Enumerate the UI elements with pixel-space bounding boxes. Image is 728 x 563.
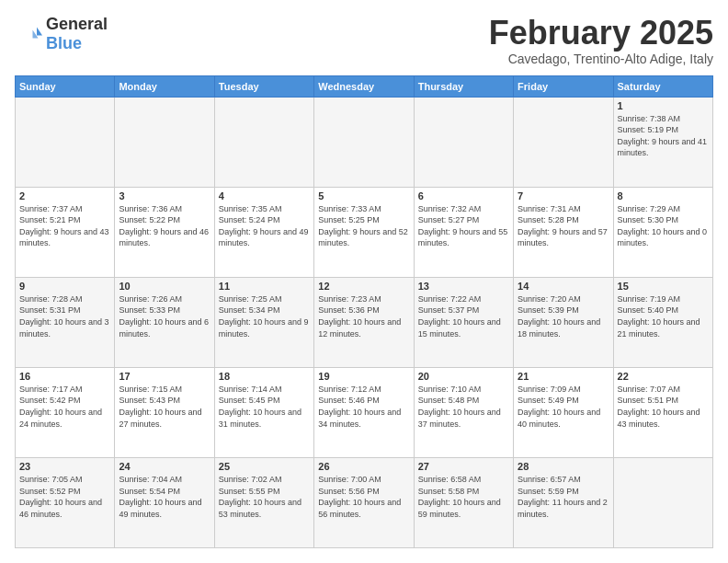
table-row: 23Sunrise: 7:05 AM Sunset: 5:52 PM Dayli…	[16, 457, 115, 547]
day-number: 7	[518, 190, 609, 201]
day-number: 14	[518, 281, 609, 292]
table-row	[115, 97, 214, 187]
month-title: February 2025	[489, 15, 713, 52]
day-info: Sunrise: 7:32 AM Sunset: 5:27 PM Dayligh…	[418, 203, 509, 249]
day-number: 22	[618, 371, 709, 382]
title-block: February 2025 Cavedago, Trentino-Alto Ad…	[489, 15, 713, 66]
table-row: 9Sunrise: 7:28 AM Sunset: 5:31 PM Daylig…	[16, 277, 115, 367]
day-number: 26	[318, 461, 409, 472]
day-info: Sunrise: 7:33 AM Sunset: 5:25 PM Dayligh…	[318, 203, 409, 249]
day-info: Sunrise: 7:12 AM Sunset: 5:46 PM Dayligh…	[318, 384, 409, 430]
day-number: 11	[219, 281, 310, 292]
calendar-week-row: 1Sunrise: 7:38 AM Sunset: 5:19 PM Daylig…	[16, 97, 713, 187]
day-number: 21	[518, 371, 609, 382]
logo-icon	[15, 20, 42, 48]
day-number: 15	[618, 281, 709, 292]
table-row: 25Sunrise: 7:02 AM Sunset: 5:55 PM Dayli…	[214, 457, 313, 547]
day-number: 1	[618, 100, 709, 111]
day-info: Sunrise: 7:36 AM Sunset: 5:22 PM Dayligh…	[119, 203, 210, 249]
day-info: Sunrise: 6:58 AM Sunset: 5:58 PM Dayligh…	[418, 474, 509, 520]
day-number: 13	[418, 281, 509, 292]
day-number: 23	[19, 461, 110, 472]
day-number: 2	[19, 190, 110, 201]
table-row: 24Sunrise: 7:04 AM Sunset: 5:54 PM Dayli…	[115, 457, 214, 547]
table-row	[514, 97, 613, 187]
header-tuesday: Tuesday	[214, 75, 313, 97]
calendar-header-row: Sunday Monday Tuesday Wednesday Thursday…	[16, 75, 713, 97]
table-row	[16, 97, 115, 187]
day-info: Sunrise: 7:02 AM Sunset: 5:55 PM Dayligh…	[219, 474, 310, 520]
day-info: Sunrise: 6:57 AM Sunset: 5:59 PM Dayligh…	[518, 474, 609, 520]
day-number: 28	[518, 461, 609, 472]
logo: General Blue	[15, 15, 108, 53]
day-info: Sunrise: 7:31 AM Sunset: 5:28 PM Dayligh…	[518, 203, 609, 249]
header-sunday: Sunday	[16, 75, 115, 97]
table-row: 21Sunrise: 7:09 AM Sunset: 5:49 PM Dayli…	[514, 367, 613, 457]
day-info: Sunrise: 7:29 AM Sunset: 5:30 PM Dayligh…	[618, 203, 709, 249]
table-row: 3Sunrise: 7:36 AM Sunset: 5:22 PM Daylig…	[115, 187, 214, 277]
day-info: Sunrise: 7:28 AM Sunset: 5:31 PM Dayligh…	[19, 293, 110, 339]
table-row	[414, 97, 513, 187]
table-row: 13Sunrise: 7:22 AM Sunset: 5:37 PM Dayli…	[414, 277, 513, 367]
table-row: 28Sunrise: 6:57 AM Sunset: 5:59 PM Dayli…	[514, 457, 613, 547]
day-info: Sunrise: 7:37 AM Sunset: 5:21 PM Dayligh…	[19, 203, 110, 249]
table-row: 27Sunrise: 6:58 AM Sunset: 5:58 PM Dayli…	[414, 457, 513, 547]
calendar-table: Sunday Monday Tuesday Wednesday Thursday…	[15, 75, 713, 548]
day-info: Sunrise: 7:22 AM Sunset: 5:37 PM Dayligh…	[418, 293, 509, 339]
day-number: 19	[318, 371, 409, 382]
table-row: 7Sunrise: 7:31 AM Sunset: 5:28 PM Daylig…	[514, 187, 613, 277]
day-info: Sunrise: 7:38 AM Sunset: 5:19 PM Dayligh…	[618, 113, 709, 159]
table-row: 10Sunrise: 7:26 AM Sunset: 5:33 PM Dayli…	[115, 277, 214, 367]
day-number: 20	[418, 371, 509, 382]
table-row: 8Sunrise: 7:29 AM Sunset: 5:30 PM Daylig…	[613, 187, 712, 277]
day-info: Sunrise: 7:17 AM Sunset: 5:42 PM Dayligh…	[19, 384, 110, 430]
day-info: Sunrise: 7:25 AM Sunset: 5:34 PM Dayligh…	[219, 293, 310, 339]
day-number: 9	[19, 281, 110, 292]
table-row: 11Sunrise: 7:25 AM Sunset: 5:34 PM Dayli…	[214, 277, 313, 367]
day-number: 6	[418, 190, 509, 201]
day-number: 10	[119, 281, 210, 292]
table-row: 6Sunrise: 7:32 AM Sunset: 5:27 PM Daylig…	[414, 187, 513, 277]
page: General Blue February 2025 Cavedago, Tre…	[0, 0, 728, 563]
header: General Blue February 2025 Cavedago, Tre…	[15, 15, 713, 66]
day-number: 8	[618, 190, 709, 201]
table-row: 18Sunrise: 7:14 AM Sunset: 5:45 PM Dayli…	[214, 367, 313, 457]
day-number: 3	[119, 190, 210, 201]
table-row: 5Sunrise: 7:33 AM Sunset: 5:25 PM Daylig…	[314, 187, 414, 277]
day-info: Sunrise: 7:26 AM Sunset: 5:33 PM Dayligh…	[119, 293, 210, 339]
day-info: Sunrise: 7:04 AM Sunset: 5:54 PM Dayligh…	[119, 474, 210, 520]
day-info: Sunrise: 7:07 AM Sunset: 5:51 PM Dayligh…	[618, 384, 709, 430]
table-row	[314, 97, 414, 187]
table-row: 26Sunrise: 7:00 AM Sunset: 5:56 PM Dayli…	[314, 457, 414, 547]
calendar-week-row: 16Sunrise: 7:17 AM Sunset: 5:42 PM Dayli…	[16, 367, 713, 457]
day-number: 18	[219, 371, 310, 382]
day-number: 24	[119, 461, 210, 472]
day-number: 4	[219, 190, 310, 201]
day-number: 16	[19, 371, 110, 382]
header-friday: Friday	[514, 75, 613, 97]
calendar-week-row: 9Sunrise: 7:28 AM Sunset: 5:31 PM Daylig…	[16, 277, 713, 367]
day-info: Sunrise: 7:19 AM Sunset: 5:40 PM Dayligh…	[618, 293, 709, 339]
table-row: 16Sunrise: 7:17 AM Sunset: 5:42 PM Dayli…	[16, 367, 115, 457]
day-info: Sunrise: 7:14 AM Sunset: 5:45 PM Dayligh…	[219, 384, 310, 430]
table-row: 12Sunrise: 7:23 AM Sunset: 5:36 PM Dayli…	[314, 277, 414, 367]
calendar-week-row: 2Sunrise: 7:37 AM Sunset: 5:21 PM Daylig…	[16, 187, 713, 277]
table-row: 22Sunrise: 7:07 AM Sunset: 5:51 PM Dayli…	[613, 367, 712, 457]
table-row: 1Sunrise: 7:38 AM Sunset: 5:19 PM Daylig…	[613, 97, 712, 187]
table-row: 19Sunrise: 7:12 AM Sunset: 5:46 PM Dayli…	[314, 367, 414, 457]
subtitle: Cavedago, Trentino-Alto Adige, Italy	[489, 52, 713, 66]
table-row: 20Sunrise: 7:10 AM Sunset: 5:48 PM Dayli…	[414, 367, 513, 457]
header-saturday: Saturday	[613, 75, 712, 97]
table-row	[613, 457, 712, 547]
day-info: Sunrise: 7:05 AM Sunset: 5:52 PM Dayligh…	[19, 474, 110, 520]
day-info: Sunrise: 7:20 AM Sunset: 5:39 PM Dayligh…	[518, 293, 609, 339]
day-info: Sunrise: 7:15 AM Sunset: 5:43 PM Dayligh…	[119, 384, 210, 430]
logo-general-text: General Blue	[46, 15, 108, 53]
calendar-week-row: 23Sunrise: 7:05 AM Sunset: 5:52 PM Dayli…	[16, 457, 713, 547]
table-row	[214, 97, 313, 187]
table-row: 2Sunrise: 7:37 AM Sunset: 5:21 PM Daylig…	[16, 187, 115, 277]
day-number: 12	[318, 281, 409, 292]
day-info: Sunrise: 7:23 AM Sunset: 5:36 PM Dayligh…	[318, 293, 409, 339]
table-row: 15Sunrise: 7:19 AM Sunset: 5:40 PM Dayli…	[613, 277, 712, 367]
day-info: Sunrise: 7:09 AM Sunset: 5:49 PM Dayligh…	[518, 384, 609, 430]
